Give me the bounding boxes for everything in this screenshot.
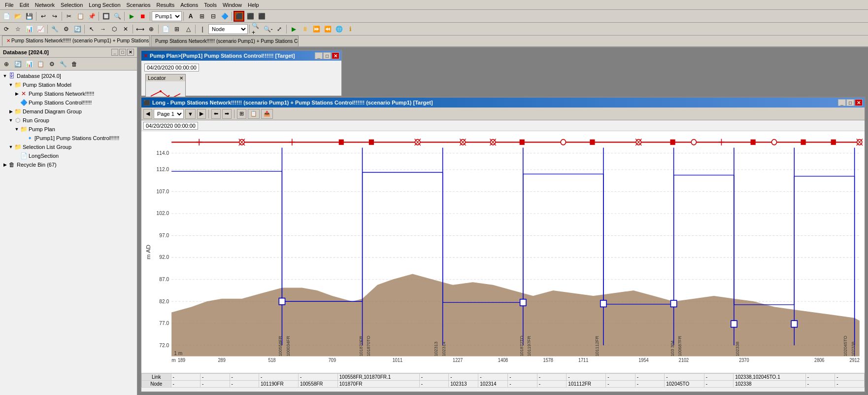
tb2-zout[interactable]: 🔍-: [263, 24, 273, 35]
tb-zoom[interactable]: 🔍: [112, 11, 123, 22]
tb2-6[interactable]: ⚙: [61, 24, 71, 35]
tb-stop[interactable]: ⏹: [137, 11, 148, 22]
ct-export[interactable]: 📤: [261, 109, 273, 119]
tree-expand-ls[interactable]: [14, 153, 20, 159]
menu-actions[interactable]: Actions: [177, 1, 201, 9]
tree-expand-db[interactable]: ▼: [2, 73, 8, 79]
tb-new[interactable]: 📄: [1, 11, 12, 22]
tb-cut[interactable]: ✂: [64, 11, 74, 22]
tb2-poly[interactable]: ⬡: [109, 24, 120, 35]
tb2-tri[interactable]: △: [183, 24, 194, 35]
tb2-pause[interactable]: ⏸: [300, 24, 310, 35]
tree-expand-psm[interactable]: ▼: [8, 82, 14, 88]
tree-item-psn[interactable]: ▶ ✕ Pump Stations Network!!!!!!: [1, 89, 136, 98]
pump-dropdown[interactable]: Pump1: [152, 11, 182, 21]
tb2-5[interactable]: 🔧: [49, 24, 60, 35]
ct-next[interactable]: ▶: [197, 109, 206, 119]
tb-highlight[interactable]: ⬛: [234, 11, 244, 22]
ct-grid[interactable]: ⊞: [237, 109, 246, 119]
tree-expand-rb[interactable]: ▶: [2, 162, 8, 168]
ls-close[interactable]: ✕: [855, 99, 863, 106]
ct-table[interactable]: 📋: [248, 109, 260, 119]
tb2-join[interactable]: ⊕: [146, 24, 157, 35]
menu-long-section[interactable]: Long Section: [86, 1, 123, 9]
ct-back[interactable]: ⬅: [211, 109, 221, 119]
tb2-arrow[interactable]: →: [98, 24, 108, 35]
tb2-zfit[interactable]: ⤢: [274, 24, 285, 35]
tb2-7[interactable]: 🔄: [72, 24, 83, 35]
menu-scenarios[interactable]: Scenarios: [124, 1, 154, 9]
tree-expand-psc[interactable]: [14, 100, 20, 106]
tb2-fwd[interactable]: ⏩: [311, 24, 322, 35]
tb2-page[interactable]: 📄: [160, 24, 171, 35]
tab-1[interactable]: ✕ Pump Stations Network!!!!!! (scenario …: [2, 36, 150, 46]
tb2-cursor[interactable]: ↖: [86, 24, 97, 35]
tb-btn-a[interactable]: A: [185, 11, 196, 22]
pump-plan-minimize[interactable]: _: [315, 52, 323, 59]
tb-btn-f[interactable]: ⬛: [256, 11, 267, 22]
tb2-vert[interactable]: |: [197, 24, 208, 35]
tb2-delete[interactable]: ✕: [120, 24, 131, 35]
left-tb-3[interactable]: 📊: [24, 59, 34, 70]
tb-undo[interactable]: ↩: [38, 11, 49, 22]
menu-edit[interactable]: Edit: [17, 1, 32, 9]
tb2-play[interactable]: ▶: [288, 24, 299, 35]
menu-results[interactable]: Results: [153, 1, 177, 9]
tb-run[interactable]: ▶: [126, 11, 137, 22]
tb2-1[interactable]: ⟳: [1, 24, 12, 35]
tb-save[interactable]: 💾: [24, 11, 34, 22]
tree-item-ddg[interactable]: ▶ 📁 Demand Diagram Group: [1, 107, 136, 116]
menu-window[interactable]: Window: [220, 1, 245, 9]
tb2-4[interactable]: 📈: [35, 24, 46, 35]
tree-expand-psn[interactable]: ▶: [14, 91, 20, 97]
locator-close[interactable]: ✕: [179, 75, 183, 81]
menu-file[interactable]: File: [2, 1, 17, 9]
tree-expand-rg[interactable]: ▼: [8, 117, 14, 123]
pump-plan-close[interactable]: ✕: [332, 52, 339, 59]
menu-network[interactable]: Network: [32, 1, 58, 9]
tb2-online[interactable]: 🌐: [334, 24, 344, 35]
tb-redo[interactable]: ↪: [49, 11, 60, 22]
left-tb-1[interactable]: ⊕: [1, 59, 12, 70]
tb2-zin[interactable]: 🔍+: [251, 24, 262, 35]
tree-item-rb[interactable]: ▶ 🗑 Recycle Bin (67): [1, 160, 136, 169]
tree-item-db[interactable]: ▼ 🗄 Database [2024.0]: [1, 72, 136, 80]
tree-item-slg[interactable]: ▼ 📁 Selection List Group: [1, 143, 136, 151]
left-tb-5[interactable]: ⚙: [46, 59, 57, 70]
tree-item-ls[interactable]: 📄 LongSection: [1, 151, 136, 160]
left-tb-2[interactable]: 🔄: [12, 59, 23, 70]
ls-restore[interactable]: □: [846, 99, 854, 106]
tree-item-psc2[interactable]: 🔹 [Pump1] Pump Stations Control!!!!!!: [1, 134, 136, 143]
tree-expand-psc2[interactable]: [20, 135, 26, 141]
ls-minimize[interactable]: _: [838, 99, 846, 106]
tb-btn-d[interactable]: 🔷: [219, 11, 230, 22]
tb2-3[interactable]: 📊: [24, 24, 34, 35]
tb-btn-c[interactable]: ⊟: [208, 11, 219, 22]
left-tb-7[interactable]: 🗑: [69, 59, 80, 70]
lph-btn-3[interactable]: ✕: [127, 49, 134, 56]
ct-fwd[interactable]: ➡: [222, 109, 232, 119]
menu-help[interactable]: Help: [245, 1, 262, 9]
ct-dropdown-arrow[interactable]: ▼: [185, 109, 196, 119]
tb2-bwd[interactable]: ⏪: [322, 24, 333, 35]
menu-selection[interactable]: Selection: [58, 1, 86, 9]
lph-btn-1[interactable]: _: [111, 49, 118, 56]
tree-item-psc[interactable]: 🔷 Pump Stations Control!!!!!!: [1, 98, 136, 107]
tree-item-psm[interactable]: ▼ 📁 Pump Station Model: [1, 80, 136, 89]
tb2-connect[interactable]: ⟷: [134, 24, 145, 35]
tb-btn-e[interactable]: ⬛: [245, 11, 256, 22]
tab-2[interactable]: Pump Stations Network!!!!!! (scenario Pu…: [151, 36, 299, 46]
menu-tools[interactable]: Tools: [201, 1, 220, 9]
tree-item-pp[interactable]: ▼ 📁 Pump Plan: [1, 125, 136, 134]
tb2-grid[interactable]: ⊞: [171, 24, 182, 35]
tb2-2[interactable]: ☆: [12, 24, 23, 35]
tb-open[interactable]: 📂: [12, 11, 23, 22]
tb-copy[interactable]: 📋: [75, 11, 86, 22]
tb-paste[interactable]: 📌: [86, 11, 97, 22]
tb-select[interactable]: 🔲: [100, 11, 111, 22]
tree-expand-pp[interactable]: ▼: [14, 126, 20, 132]
tree-expand-ddg[interactable]: ▶: [8, 108, 14, 114]
page-dropdown[interactable]: Page 1: [154, 109, 184, 119]
ct-prev[interactable]: ◀: [143, 109, 152, 119]
left-tb-6[interactable]: 🔧: [58, 59, 68, 70]
